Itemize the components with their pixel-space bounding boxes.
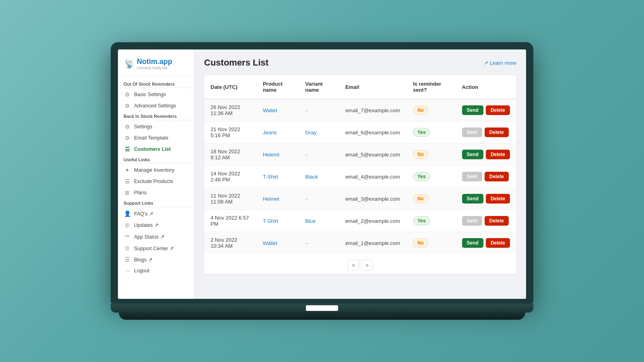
sidebar-item-customers-list[interactable]: ☰ Customers List: [118, 144, 194, 155]
sidebar-item-label: Manage Inventory: [134, 167, 174, 173]
delete-button[interactable]: Delete: [485, 216, 509, 226]
app-formerly: Formerly Notify Me: [137, 66, 172, 70]
pagination-prev[interactable]: <: [347, 259, 359, 271]
sidebar-item-label: Support Center ↗: [134, 245, 174, 251]
sidebar-item-manage-inventory[interactable]: ✦ Manage Inventory: [118, 165, 194, 176]
plans-icon: ⊞: [124, 189, 131, 196]
status-badge: No: [413, 150, 428, 159]
delete-button[interactable]: Delete: [486, 150, 510, 159]
send-button[interactable]: Send: [462, 238, 483, 248]
cell-date: 11 Nov 2022 11:08 AM: [204, 188, 256, 210]
sidebar-item-app-status[interactable]: 〜 App Status ↗: [118, 230, 194, 243]
cell-email: email_5@example.com: [339, 144, 407, 166]
sidebar-item-label: Email Template: [134, 135, 168, 141]
section-useful-links: Useful Links: [118, 155, 194, 164]
product-link[interactable]: Helemt: [263, 152, 279, 158]
sent-button: Sent: [462, 128, 482, 137]
cell-reminder-sent: Yes: [407, 210, 456, 232]
section-back-in-stock: Back In Stock Reminders: [118, 111, 194, 120]
status-badge: Yes: [413, 172, 430, 181]
sidebar-item-email-template[interactable]: ⚙ Email Template: [118, 132, 194, 144]
delete-button[interactable]: Delete: [486, 194, 510, 204]
pagination: < >: [204, 254, 516, 274]
cell-action: SendDelete: [456, 232, 516, 254]
variant-link[interactable]: Blue: [305, 218, 316, 224]
send-button[interactable]: Send: [462, 150, 483, 159]
action-group: SentDelete: [462, 216, 510, 226]
app-name: Notim.app: [137, 58, 172, 66]
variant-link[interactable]: Black: [305, 174, 318, 180]
delete-button[interactable]: Delete: [485, 128, 509, 137]
sidebar-item-label: Updates ↗: [134, 222, 159, 228]
table-row: 14 Nov 2022 2:48 PMT-ShirtBlackemail_4@e…: [204, 166, 516, 188]
cell-reminder-sent: No: [407, 144, 456, 166]
cell-product: T-Shirt: [256, 166, 299, 188]
gear-icon: ⚙: [124, 103, 131, 109]
pagination-next[interactable]: >: [361, 259, 373, 271]
send-button[interactable]: Send: [462, 105, 483, 115]
sidebar-item-label: Logout: [134, 268, 149, 274]
gear-icon: ⚙: [124, 123, 131, 130]
table-row: 21 Nov 2022 5:16 PMJeansGrayemail_6@exam…: [204, 121, 516, 144]
send-button[interactable]: Send: [462, 194, 483, 204]
cell-product: T-Shirt: [256, 210, 299, 232]
sidebar-item-advanced-settings[interactable]: ⚙ Advanced Settings: [118, 100, 194, 111]
delete-button[interactable]: Delete: [485, 172, 509, 181]
updates-icon: ◎: [124, 222, 131, 228]
sidebar-item-faqs[interactable]: 👤 FAQ's ↗: [118, 208, 194, 219]
action-group: SentDelete: [462, 172, 510, 181]
section-support-links: Support Links: [118, 198, 194, 207]
sidebar-item-support-center[interactable]: ⊙ Support Center ↗: [118, 243, 194, 254]
sidebar-item-logout[interactable]: → Logout: [118, 265, 194, 276]
sidebar-item-blogs[interactable]: ☰ Blogs ↗: [118, 254, 194, 265]
cell-reminder-sent: Yes: [407, 166, 456, 188]
col-product: Product name: [256, 75, 299, 99]
laptop-screen: 📡 Notim.app Formerly Notify Me Out Of St…: [111, 42, 533, 304]
cell-reminder-sent: No: [407, 99, 456, 121]
cell-email: email_4@example.com: [339, 166, 407, 188]
table-row: 2 Nov 2022 10:34 AMWallet–email_1@exampl…: [204, 232, 516, 254]
action-group: SendDelete: [462, 238, 510, 248]
product-link[interactable]: Helmet: [263, 196, 279, 202]
logo-area: 📡 Notim.app Formerly Notify Me: [118, 54, 194, 76]
cell-email: email_7@example.com: [339, 99, 407, 121]
sidebar-item-updates[interactable]: ◎ Updates ↗: [118, 219, 194, 230]
sidebar-item-label: Basic Settings: [134, 92, 166, 97]
cell-action: SentDelete: [456, 166, 516, 188]
cell-variant: –: [299, 99, 339, 121]
product-link[interactable]: Wallet: [263, 107, 277, 113]
cell-date: 2 Nov 2022 10:34 AM: [204, 232, 256, 254]
action-group: SendDelete: [462, 105, 510, 115]
action-group: SentDelete: [462, 128, 510, 137]
cell-variant: Black: [299, 166, 339, 188]
sidebar-item-basic-settings[interactable]: ⚙ Basic Settings: [118, 89, 194, 100]
gear-icon: ⚙: [124, 135, 131, 141]
status-badge: Yes: [413, 128, 430, 137]
sidebar-item-exclude-products[interactable]: ☰ Exclude Products: [118, 176, 194, 187]
product-link[interactable]: T-Shirt: [263, 174, 278, 180]
product-link[interactable]: Jeans: [263, 130, 277, 136]
cell-variant: –: [299, 232, 339, 254]
gear-icon: ⚙: [124, 91, 131, 98]
col-email: Email: [339, 75, 407, 99]
learn-more-link[interactable]: ↗ Learn more: [484, 60, 516, 66]
main-content: Customers List ↗ Learn more Date (UTC) P…: [194, 49, 526, 299]
variant-link[interactable]: Gray: [305, 130, 316, 136]
sidebar-item-label: Plans: [134, 190, 147, 195]
col-reminder: Is reminder sent?: [407, 75, 456, 99]
sidebar: 📡 Notim.app Formerly Notify Me Out Of St…: [118, 49, 194, 299]
sidebar-item-plans[interactable]: ⊞ Plans: [118, 187, 194, 198]
delete-button[interactable]: Delete: [486, 105, 510, 115]
product-link[interactable]: Wallet: [263, 240, 277, 246]
sidebar-item-settings[interactable]: ⚙ Settings: [118, 121, 194, 132]
laptop-base: [111, 304, 533, 313]
table-header-row: Date (UTC) Product name Variant name Ema…: [204, 75, 516, 99]
screen-inner: 📡 Notim.app Formerly Notify Me Out Of St…: [118, 49, 526, 299]
support-icon: ⊙: [124, 245, 131, 251]
status-badge: No: [413, 106, 428, 115]
list-icon: ☰: [124, 146, 131, 152]
delete-button[interactable]: Delete: [486, 238, 510, 248]
product-link[interactable]: T-Shirt: [263, 218, 278, 224]
customers-table: Date (UTC) Product name Variant name Ema…: [204, 75, 516, 254]
cell-email: email_1@example.com: [339, 232, 407, 254]
